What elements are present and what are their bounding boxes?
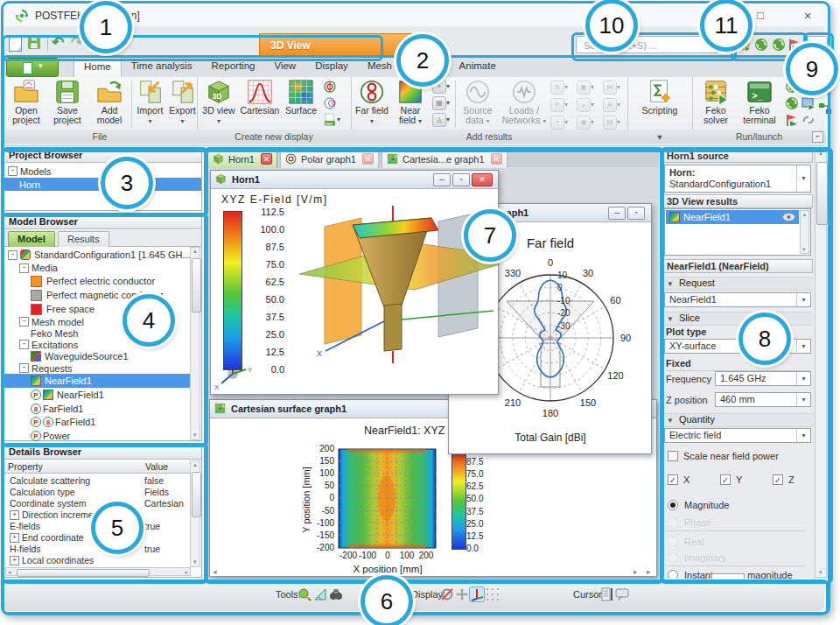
pan-view-icon[interactable] <box>455 587 469 601</box>
frequency-combo[interactable]: 1.645 GHz▾ <box>715 371 811 386</box>
details-vscrollbar[interactable]: ▴▾ <box>190 460 200 567</box>
cadfeko-launch-button[interactable] <box>785 80 799 94</box>
model-browser-tab-results[interactable]: Results <box>58 231 109 247</box>
source-combo[interactable]: Horn:StandardConfiguration1 ▾ <box>664 165 811 193</box>
show-grid-icon[interactable] <box>486 587 500 601</box>
quantity-combo[interactable]: Electric field▾ <box>664 428 811 443</box>
angle-tool-icon[interactable] <box>313 587 327 601</box>
ribbon-tab-reporting[interactable]: Reporting <box>202 56 265 76</box>
run-feko-solver-icon[interactable] <box>737 38 751 52</box>
details-row[interactable]: H-fieldstrue <box>4 544 190 555</box>
antenna-pattern-button[interactable]: ⌖▾ <box>432 80 450 94</box>
tree-item[interactable]: Perfect electric conductor <box>4 274 190 288</box>
tree-item[interactable]: -Excitations <box>4 339 190 350</box>
maximize-button[interactable]: ▫ <box>627 207 645 220</box>
scroll-left-icon[interactable]: ◂ <box>213 567 217 576</box>
tree-item[interactable]: Free space <box>4 302 190 316</box>
request-combo[interactable]: NearField1▾ <box>664 292 811 307</box>
ribbon-tab-time-analysis[interactable]: Time analysis <box>122 56 202 76</box>
scripting-button[interactable]: Scripting <box>634 78 686 116</box>
tree-item[interactable]: P8FarField1 <box>4 415 190 429</box>
new-project-icon[interactable] <box>9 36 22 52</box>
tree-item[interactable]: Horn <box>4 178 201 191</box>
close-tab-icon[interactable]: ✕ <box>261 153 272 165</box>
column-header-property[interactable]: Property <box>4 460 146 474</box>
axis-checkbox-x[interactable]: ✓ <box>668 474 678 485</box>
tree-item[interactable]: WaveguideSource1 <box>4 350 190 362</box>
minimize-button[interactable]: – <box>709 7 738 25</box>
list-scrollbar[interactable]: ▴▾ <box>800 210 809 254</box>
polar-graph-button[interactable] <box>323 80 337 94</box>
run-editfeko-icon[interactable] <box>772 38 786 52</box>
close-tab-icon[interactable]: ✕ <box>362 153 374 165</box>
source-data-button[interactable]: Source data ▾ <box>458 78 498 125</box>
model-tree-scrollbar[interactable]: ▴▾ <box>190 247 200 440</box>
tree-item[interactable]: -Models <box>4 165 201 178</box>
tree-item[interactable]: PPower <box>4 429 190 442</box>
details-row[interactable]: E-fieldstrue <box>4 521 190 532</box>
section-quantity[interactable]: ▼Quantity <box>662 413 813 427</box>
tree-item[interactable]: -Media <box>4 262 190 274</box>
cartesian-graph-button[interactable]: Cartesian <box>238 78 282 116</box>
help-button[interactable]: ? <box>806 36 828 56</box>
cursor-tooltip-icon[interactable] <box>615 587 629 601</box>
loads-networks-button[interactable]: Loads / Networks ▾ <box>500 78 549 125</box>
minimize-button[interactable]: ─ <box>608 207 626 220</box>
tree-item[interactable]: PNearField1 <box>4 388 190 402</box>
radio-phase[interactable]: Phase <box>668 516 711 529</box>
out-file-viewer-button[interactable]: OUT▾ <box>323 113 340 127</box>
3d-polar-button[interactable]: ◬▾ <box>432 113 450 127</box>
feko-terminal-button[interactable]: >_Feko terminal <box>738 78 781 125</box>
3d-view-window[interactable]: Horn1 ─ ▫ ✕ Y X Z Y X XYZ <box>210 170 499 395</box>
scripting-dropdown[interactable]: ▾ <box>627 130 692 144</box>
details-row[interactable]: +Direction increment <box>4 509 190 521</box>
optfeko-button[interactable] <box>802 80 816 94</box>
details-row[interactable]: Calculation typeFields <box>4 487 190 498</box>
maximize-button[interactable]: ▫ <box>452 173 470 186</box>
smith-chart-button[interactable] <box>323 96 337 110</box>
tree-item[interactable]: Feko Mesh <box>4 327 190 339</box>
queue-launch-button[interactable] <box>818 102 832 116</box>
ribbon-tab-animate[interactable]: Animate <box>450 56 506 76</box>
tree-item[interactable]: Perfect magnetic conductor <box>4 288 190 302</box>
z-position-combo[interactable]: 460 mm▾ <box>715 392 811 407</box>
export-button[interactable]: Export▾ <box>168 78 197 125</box>
show-axes-icon[interactable] <box>470 587 484 601</box>
near-field-button[interactable]: Near field ▾ <box>391 78 430 125</box>
axis-checkbox-z[interactable]: ✓ <box>773 474 783 485</box>
import-button[interactable]: Import▾ <box>134 78 166 125</box>
link-button[interactable] <box>802 113 816 127</box>
remote-launch-button[interactable] <box>818 80 832 94</box>
postfeko-launch-button[interactable] <box>785 113 799 127</box>
ribbon-tab-home[interactable]: Home <box>74 56 122 77</box>
list-item-nearfield1[interactable]: NearField1 <box>666 210 799 224</box>
tree-item[interactable]: -Mesh model <box>4 316 190 327</box>
surface-graph-button[interactable]: Surface <box>283 78 319 116</box>
ribbon-tab-mesh[interactable]: Mesh <box>358 56 402 76</box>
mdi-tab-horn1[interactable]: Horn1✕ <box>207 149 277 168</box>
details-row[interactable]: Coordinate systemCartesian <box>4 498 190 509</box>
redo-icon[interactable]: ↷ <box>71 33 83 52</box>
search-input[interactable]: Search (Alt+S) ... <box>576 36 726 53</box>
visibility-eye-icon[interactable] <box>782 213 795 221</box>
ribbon-tab-display[interactable]: Display <box>305 56 358 76</box>
mdi-tab-cartesia-e-graph1[interactable]: Cartesia...e graph1✕ <box>382 149 508 168</box>
section-request[interactable]: ▼Request <box>662 277 813 291</box>
heatmap-plot[interactable] <box>338 448 437 549</box>
axis-checkbox-y[interactable]: ✓ <box>720 474 731 485</box>
image-result-button[interactable]: ▦▾ <box>432 96 450 110</box>
title-bar[interactable]: POSTFEKO v... [Horn] – □ × <box>4 4 824 26</box>
scroll-right-icon[interactable]: ▸ <box>634 567 638 576</box>
far-field-button[interactable]: Far field ▾ <box>354 78 389 125</box>
receiving-antenna-button[interactable]: ◔▾ <box>550 116 568 130</box>
details-hscrollbar[interactable]: ◂▸ <box>5 567 191 576</box>
palette-scrollbar[interactable]: ▴▾ <box>815 149 827 578</box>
cursor-readout-icon[interactable] <box>600 587 614 601</box>
context-tab-3d-view[interactable]: 3D View <box>259 33 425 56</box>
tree-item[interactable]: NearField1 <box>4 374 190 388</box>
rays-button[interactable]: ⋈▾ <box>603 81 620 95</box>
close-button[interactable]: × <box>793 7 822 25</box>
column-header-value[interactable]: Value <box>143 460 193 474</box>
details-row[interactable]: +End coordinate <box>4 532 190 544</box>
3d-view-button[interactable]: 3D3D view ▾ <box>201 78 236 125</box>
